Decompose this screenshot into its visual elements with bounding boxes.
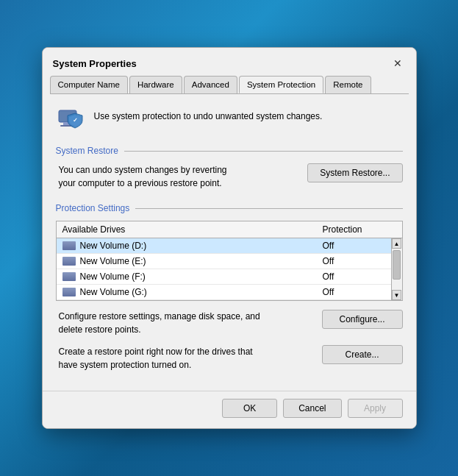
tab-content: ✓ Use system protection to undo unwanted… [43, 94, 416, 391]
tab-remote[interactable]: Remote [325, 76, 371, 93]
apply-button[interactable]: Apply [348, 399, 403, 418]
ok-button[interactable]: OK [222, 399, 277, 418]
system-restore-button[interactable]: System Restore... [307, 163, 402, 182]
protection-settings: Protection Settings Available Drives Pro… [56, 203, 403, 301]
system-restore-header: System Restore [56, 146, 403, 156]
drives-table: Available Drives Protection New Volume (… [56, 221, 403, 301]
drive-e-protection: Off [323, 256, 396, 266]
protection-icon: ✓ [56, 104, 85, 134]
drive-e-label: New Volume (E:) [62, 256, 323, 266]
create-row: Create a restore point right now for the… [56, 345, 403, 372]
system-restore-row: You can undo system changes by reverting… [56, 163, 403, 190]
drives-table-header: Available Drives Protection [57, 221, 402, 238]
create-description: Create a restore point right now for the… [59, 345, 253, 372]
tab-bar: Computer Name Hardware Advanced System P… [43, 71, 416, 93]
drive-e-icon [62, 257, 76, 266]
configure-button[interactable]: Configure... [322, 310, 403, 329]
drive-row-f[interactable]: New Volume (F:) Off [57, 269, 402, 285]
tab-hardware[interactable]: Hardware [129, 76, 182, 93]
info-row: ✓ Use system protection to undo unwanted… [56, 104, 403, 134]
drive-d-icon [62, 241, 76, 250]
create-button[interactable]: Create... [322, 345, 403, 364]
drive-g-icon [62, 288, 76, 296]
scroll-down-arrow[interactable]: ▼ [392, 290, 401, 300]
drive-row-d[interactable]: New Volume (D:) Off [57, 238, 402, 254]
drive-g-protection: Off [323, 287, 396, 297]
drive-row-g[interactable]: New Volume (G:) Off [57, 285, 402, 300]
drive-row-e[interactable]: New Volume (E:) Off [57, 254, 402, 269]
dialog-footer: OK Cancel Apply [43, 391, 416, 428]
protection-settings-title: Protection Settings [56, 203, 130, 213]
drive-d-label: New Volume (D:) [62, 241, 323, 251]
close-button[interactable]: ✕ [390, 55, 406, 71]
scroll-up-arrow[interactable]: ▲ [392, 238, 401, 249]
dialog-title: System Properties [53, 58, 137, 69]
system-restore-title: System Restore [56, 146, 118, 156]
tab-system-protection[interactable]: System Protection [239, 76, 323, 93]
system-restore-description: You can undo system changes by reverting… [59, 163, 227, 190]
section-divider-2 [135, 208, 402, 209]
drive-f-protection: Off [323, 271, 396, 282]
drive-f-label: New Volume (F:) [62, 271, 323, 282]
protection-settings-header: Protection Settings [56, 203, 403, 213]
drive-g-label: New Volume (G:) [62, 287, 323, 297]
svg-text:✓: ✓ [72, 117, 77, 124]
cancel-button[interactable]: Cancel [283, 399, 341, 418]
tab-computer-name[interactable]: Computer Name [50, 76, 128, 93]
configure-description: Configure restore settings, manage disk … [59, 310, 260, 336]
col-drive-header: Available Drives [62, 224, 323, 235]
drive-f-icon [62, 272, 76, 281]
section-divider [124, 151, 403, 152]
title-bar: System Properties ✕ [43, 48, 416, 71]
configure-row: Configure restore settings, manage disk … [56, 310, 403, 336]
scroll-thumb[interactable] [393, 250, 401, 280]
col-protection-header: Protection [323, 224, 396, 235]
shield-icon: ✓ [56, 104, 85, 134]
info-text: Use system protection to undo unwanted s… [94, 104, 323, 123]
system-properties-dialog: System Properties ✕ Computer Name Hardwa… [42, 47, 417, 429]
drives-scrollbar[interactable]: ▲ ▼ [391, 238, 402, 300]
tab-advanced[interactable]: Advanced [184, 76, 237, 93]
drive-d-protection: Off [323, 241, 396, 251]
